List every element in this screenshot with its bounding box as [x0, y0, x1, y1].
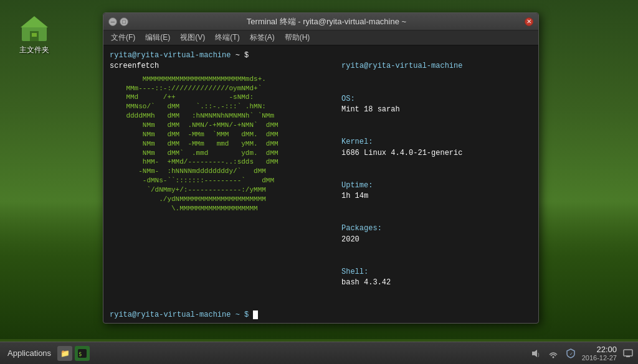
ascii-art: MMMMMMMMMMMMMMMMMMMMMMMMMmds+. MMm----::…	[110, 75, 290, 213]
sf-packages-label: Packages:	[341, 224, 382, 233]
taskbar-right: ) ✓ 22:00 2016-12-27	[530, 345, 634, 362]
ascii-line-12: -dMNs-``:::::::---------` dMM	[110, 176, 290, 185]
svg-marker-1	[21, 16, 48, 27]
ascii-line-9: NMm dMM` .mmd ydm. dMM	[110, 149, 290, 158]
maximize-button[interactable]: □	[120, 17, 128, 26]
sf-os-line: OS: Mint 18 sarah	[297, 83, 532, 126]
menu-view[interactable]: 视图(V)	[175, 31, 210, 44]
svg-text:✓: ✓	[569, 352, 573, 356]
ascii-line-7: NMm dMM -MMm `MMM dMM. dMM	[110, 130, 290, 139]
menu-file[interactable]: 文件(F)	[106, 31, 140, 44]
prompt-path: ~ $	[236, 51, 249, 60]
terminal-window: ─ □ Terminal 终端 - ryita@ryita-virtual-ma…	[103, 12, 539, 324]
home-folder-icon	[19, 12, 49, 42]
sf-shell-line: Shell: bash 4.3.42	[297, 256, 532, 299]
sf-uptime-line: Uptime: 1h 14m	[297, 169, 532, 213]
home-folder-label: 主文件夹	[19, 45, 49, 55]
initial-prompt: ryita@ryita-virtual-machine ~ $ screenfe…	[110, 50, 290, 72]
sf-kernel-line: Kernel: i686 Linux 4.4.0-21-generic	[297, 126, 532, 170]
svg-text:): )	[538, 352, 540, 357]
clock: 22:00 2016-12-27	[582, 345, 617, 362]
right-panel: ryita@ryita-virtual-machine OS: Mint 18 …	[290, 50, 532, 303]
clock-time: 22:00	[582, 345, 617, 354]
sf-uptime-label: Uptime:	[341, 181, 373, 190]
sf-os-value: Mint 18 sarah	[341, 105, 400, 114]
sf-kernel-value: i686 Linux 4.4.0-21-generic	[341, 149, 462, 157]
window-controls: ─ □	[108, 17, 128, 26]
menu-help[interactable]: 帮助(H)	[280, 31, 315, 44]
left-panel: ryita@ryita-virtual-machine ~ $ screenfe…	[110, 50, 290, 303]
svg-point-8	[552, 356, 554, 358]
power-icon[interactable]	[622, 347, 634, 360]
menu-terminal[interactable]: 终端(T)	[210, 31, 244, 44]
volume-icon[interactable]: )	[530, 347, 542, 360]
bottom-prompt: ryita@ryita-virtual-machine ~ $	[103, 308, 538, 323]
taskbar: Applications 📁 $ )	[0, 342, 638, 364]
bottom-prompt-text: ryita@ryita-virtual-machine ~ $	[110, 310, 249, 319]
clock-date: 2016-12-27	[582, 354, 617, 362]
sf-resolution-line: Resolution: 1360x768	[297, 299, 532, 308]
ascii-line-10: hMM- +MMd/---------..:sdds dMM	[110, 157, 290, 167]
window-title: Terminal 终端 - ryita@ryita-virtual-machin…	[128, 16, 525, 27]
terminal-content[interactable]: ryita@ryita-virtual-machine ~ $ screenfe…	[103, 45, 538, 308]
taskbar-icon-2[interactable]: $	[75, 346, 90, 361]
sf-user: ryita@ryita-virtual-machine	[341, 62, 462, 70]
applications-button[interactable]: Applications	[4, 346, 55, 360]
menu-bar: 文件(F) 编辑(E) 视图(V) 终端(T) 标签(A) 帮助(H)	[103, 30, 538, 45]
ascii-line-6: NMm dMM .NMN/-+MMN/-+NMN` dMM	[110, 121, 290, 130]
svg-rect-11	[626, 356, 630, 357]
svg-rect-10	[624, 350, 632, 356]
sf-packages-line: Packages: 2020	[297, 213, 532, 256]
close-button[interactable]: ✕	[525, 17, 533, 26]
minimize-button[interactable]: ─	[108, 17, 117, 26]
taskbar-icon-1[interactable]: 📁	[57, 346, 72, 361]
shield-icon[interactable]: ✓	[564, 347, 577, 360]
ascii-line-13: `/dNMmy+/:-------------:/yMMM	[110, 185, 290, 195]
sf-shell-value: bash 4.3.42	[341, 278, 391, 287]
ascii-line-1: MMMMMMMMMMMMMMMMMMMMMMMMMmds+.	[110, 75, 290, 84]
title-bar: ─ □ Terminal 终端 - ryita@ryita-virtual-ma…	[103, 13, 538, 30]
ascii-line-15: \.MMMMMMMMMMMMMMMMMMM	[110, 204, 290, 213]
command-text: screenfetch	[110, 62, 159, 70]
ascii-line-11: -NMm- :hNNNNmddddddddy/` dMM	[110, 167, 290, 176]
cursor	[253, 310, 258, 319]
sf-uptime-value: 1h 14m	[341, 192, 368, 200]
svg-rect-3	[32, 33, 37, 37]
ascii-line-3: MMd /++ -sNMd:	[110, 93, 290, 102]
sf-os-label: OS:	[341, 95, 355, 103]
svg-marker-6	[532, 350, 537, 357]
ascii-line-14: ./ydNMMMMMMMMMMMMMMMMMMMMM	[110, 195, 290, 204]
sf-user-line: ryita@ryita-virtual-machine	[297, 50, 532, 83]
home-folder[interactable]: 主文件夹	[12, 12, 56, 55]
menu-edit[interactable]: 编辑(E)	[140, 31, 175, 44]
menu-tab[interactable]: 标签(A)	[245, 31, 280, 44]
network-icon[interactable]	[547, 347, 559, 360]
desktop: 主文件夹 ─ □ Terminal 终端 - ryita@ryita-virtu…	[0, 0, 638, 364]
sf-shell-label: Shell:	[341, 268, 368, 276]
ascii-line-4: MMNso/` dMM `.::-.-:::` .hMN:	[110, 102, 290, 111]
prompt-user: ryita@ryita-virtual-machine	[110, 51, 231, 60]
ascii-line-2: MMm----::-://////////////oymNMd+`	[110, 84, 290, 93]
svg-text:$: $	[79, 351, 82, 357]
ascii-line-8: NMm dMM -MMm mmd yMM. dMM	[110, 139, 290, 149]
ascii-line-5: ddddMMh dMM :hNMNMNhNMNMNh` `NMm	[110, 111, 290, 121]
sf-packages-value: 2020	[341, 235, 359, 244]
taskbar-left: Applications 📁 $	[4, 346, 90, 361]
sf-kernel-label: Kernel:	[341, 138, 373, 146]
